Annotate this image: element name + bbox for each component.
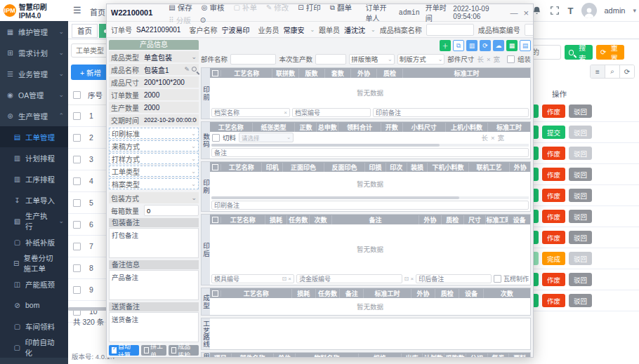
sidebar-subitem[interactable]: ⊘ bom bbox=[0, 295, 68, 316]
chevron-down-icon[interactable]: ▾ bbox=[633, 7, 636, 14]
product-select[interactable]: 工单类型⌄ bbox=[109, 166, 199, 177]
row-checkbox[interactable] bbox=[73, 199, 81, 207]
close-icon[interactable]: × bbox=[523, 8, 529, 18]
fullscreen-icon[interactable] bbox=[550, 6, 560, 16]
select-all-checkbox[interactable] bbox=[73, 91, 81, 99]
avatar[interactable] bbox=[581, 3, 597, 18]
sidebar-collapse-icon[interactable]: ☰ bbox=[73, 5, 81, 15]
paper-select[interactable]: 请选择⌄ bbox=[239, 133, 294, 142]
reject-button[interactable]: 驳回 bbox=[569, 189, 592, 202]
void-or-submit-button[interactable]: 作废 bbox=[542, 231, 565, 244]
assemble-checkbox[interactable] bbox=[507, 55, 515, 63]
void-or-submit-button[interactable]: 提交 bbox=[542, 126, 565, 139]
product-select[interactable]: 档案类型⌄ bbox=[109, 178, 199, 189]
void-or-submit-button[interactable]: 作废 bbox=[542, 168, 565, 181]
sidebar-subitem[interactable]: ▢ 印前自动化 bbox=[0, 337, 68, 358]
toolbar-button[interactable]: ▤保存 bbox=[169, 4, 192, 13]
checkbox-clear-icons[interactable]: ⊡ × bbox=[404, 276, 414, 282]
checkbox-chip[interactable]: 成品质检 bbox=[169, 345, 199, 356]
impose-strategy-select[interactable]: 拼版策略⌄ bbox=[349, 54, 394, 65]
sidebar-item[interactable]: ◉ OA管理 ⌄ bbox=[0, 84, 68, 105]
file-name-input[interactable]: 档案名称× bbox=[211, 108, 290, 117]
sidebar-subitem[interactable]: ▧ 生产执行 ⌄ bbox=[0, 210, 68, 231]
void-or-submit-button[interactable]: 作废 bbox=[542, 147, 565, 160]
row-checkbox[interactable] bbox=[73, 221, 81, 229]
row-checkbox[interactable] bbox=[73, 243, 81, 250]
toolbar-button[interactable]: ▢补单 bbox=[234, 4, 257, 13]
toolbar-square-icon[interactable]: ☁ bbox=[493, 40, 504, 51]
void-or-submit-button[interactable]: 作废 bbox=[542, 210, 565, 223]
toolbar-square-icon[interactable]: ⧉ bbox=[453, 40, 464, 51]
product-select[interactable]: 打样方式⌄ bbox=[109, 153, 199, 164]
postpress-note-input[interactable]: 印后备注 bbox=[416, 274, 492, 283]
void-or-submit-button[interactable]: 作废 bbox=[542, 189, 565, 202]
reject-button[interactable]: 驳回 bbox=[569, 126, 592, 139]
delivery-note-textarea[interactable]: 送货备注 bbox=[109, 312, 199, 342]
row-checkbox[interactable] bbox=[73, 112, 81, 120]
qty-input[interactable] bbox=[315, 54, 346, 65]
tracker-value[interactable]: 潘沈沈 bbox=[344, 25, 365, 35]
horizontal-scrollbar[interactable] bbox=[211, 144, 529, 147]
archive-name-input[interactable] bbox=[426, 24, 474, 36]
toolbar-button[interactable]: ⊡打印 bbox=[298, 4, 320, 13]
sidebar-subitem[interactable]: ▢ 补纸补版 bbox=[0, 231, 68, 252]
cut-checkbox[interactable] bbox=[212, 134, 220, 142]
part-name-input[interactable] bbox=[230, 54, 276, 65]
archive-no-input[interactable] bbox=[525, 24, 534, 36]
horizontal-scrollbar[interactable] bbox=[211, 196, 529, 199]
toolbar-button[interactable]: ◎审核 bbox=[202, 4, 225, 13]
sidebar-subitem[interactable]: ◫ 产能瓶颈 bbox=[0, 274, 68, 295]
toolbar-button[interactable]: ⧉翻单 bbox=[330, 4, 352, 13]
package-note-textarea[interactable]: 打包备注 bbox=[109, 228, 199, 258]
row-checkbox[interactable] bbox=[73, 177, 81, 185]
view-toggle-icon[interactable]: ⟳ bbox=[620, 65, 634, 78]
file-no-input[interactable]: 档案编号 bbox=[292, 108, 371, 117]
sidebar-subitem[interactable]: ⊟ 复卷分切施工单 bbox=[0, 252, 68, 274]
view-toggle-icon[interactable]: ≡ bbox=[591, 65, 605, 78]
minimize-icon[interactable]: — bbox=[510, 8, 518, 17]
digital-note-input[interactable]: 备注 bbox=[211, 148, 529, 157]
sidebar-subitem[interactable]: ▢ 车间领料 bbox=[0, 316, 68, 337]
sidebar-subitem[interactable]: ↧ 工单导入 bbox=[0, 189, 68, 210]
reject-button[interactable]: 驳回 bbox=[569, 210, 592, 223]
foil-plate-no-input[interactable]: 烫金版编号 bbox=[296, 274, 402, 283]
corrugate-checkbox-label[interactable]: 瓦楞制作 bbox=[494, 274, 529, 283]
toolbar-square-icon[interactable]: ＋ bbox=[440, 40, 451, 51]
reject-button[interactable]: 驳回 bbox=[569, 168, 592, 181]
username[interactable]: admin bbox=[605, 6, 626, 15]
void-or-submit-button[interactable]: 完成 bbox=[542, 252, 565, 265]
void-or-submit-button[interactable]: 作废 bbox=[542, 294, 565, 307]
tab-home[interactable]: 首页 bbox=[72, 24, 98, 38]
reject-button[interactable]: 驳回 bbox=[569, 231, 592, 244]
edit-icon[interactable]: ✎ bbox=[184, 66, 190, 73]
view-toggle-icon[interactable]: ⌕ bbox=[605, 65, 620, 78]
reject-button[interactable]: 驳回 bbox=[569, 147, 592, 160]
product-type-row[interactable]: 成品类型单盒包装⌄ bbox=[109, 51, 199, 62]
sidebar-item[interactable]: ▦ 维护管理 ⌄ bbox=[0, 21, 68, 42]
salesman-value[interactable]: 常康安 bbox=[283, 25, 304, 35]
row-checkbox[interactable] bbox=[73, 264, 81, 272]
checkbox-chip[interactable]: 拼工单 bbox=[141, 345, 166, 356]
package-method-row[interactable]: 包装方式⌄ bbox=[109, 192, 199, 203]
void-or-submit-button[interactable]: 作废 bbox=[542, 105, 565, 118]
reject-button[interactable]: 驳回 bbox=[569, 273, 592, 286]
reject-button[interactable]: 驳回 bbox=[569, 252, 592, 265]
add-button[interactable]: + 新增 bbox=[71, 65, 110, 80]
reset-button[interactable]: ⟳重置 bbox=[596, 45, 624, 60]
toolbar-button[interactable]: ⠿分版 bbox=[169, 15, 190, 25]
printing-note-input[interactable]: 印刷备注 bbox=[211, 201, 529, 210]
row-checkbox[interactable] bbox=[73, 134, 81, 142]
prepress-note-input[interactable]: 印前备注 bbox=[373, 108, 529, 117]
sidebar-subitem[interactable]: ▥ 计划排程 bbox=[0, 147, 68, 168]
toolbar-square-icon[interactable]: ▦ bbox=[506, 40, 518, 51]
checkbox-chip[interactable]: 自动计算 bbox=[109, 345, 139, 356]
search-icon[interactable] bbox=[192, 66, 197, 73]
sidebar-subitem[interactable]: ▥ 工序排程 bbox=[0, 168, 68, 189]
toolbar-button[interactable]: ✎修改 bbox=[266, 4, 289, 13]
text-size-icon[interactable]: T bbox=[568, 6, 574, 16]
remark-textarea[interactable]: 产品备注 bbox=[109, 270, 199, 300]
per-box-input[interactable] bbox=[144, 205, 199, 216]
product-name-row[interactable]: 成品名称包装盒1 ✎ bbox=[109, 64, 199, 75]
product-select[interactable]: 来稿方式⌄ bbox=[109, 140, 199, 151]
sidebar-item[interactable]: ☰ 业务管理 ⌄ bbox=[0, 63, 68, 84]
